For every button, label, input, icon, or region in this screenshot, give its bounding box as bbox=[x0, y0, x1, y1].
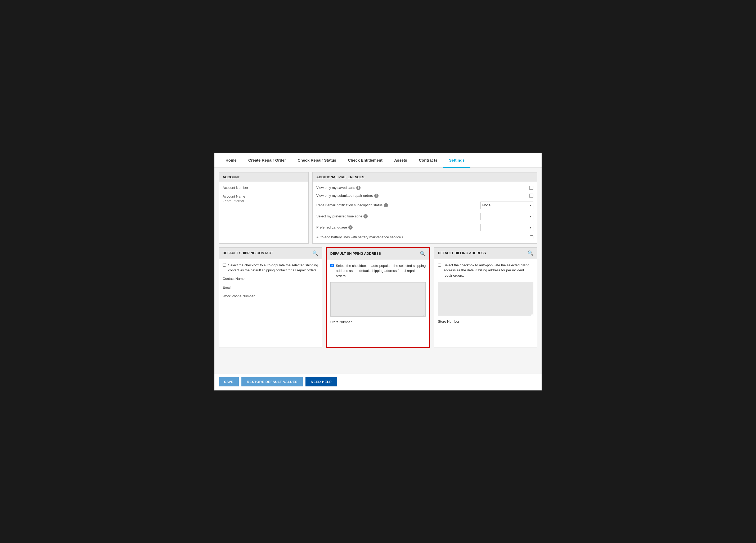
nav-bar: Home Create Repair Order Check Repair St… bbox=[214, 153, 542, 168]
shipping-contact-panel: DEFAULT SHIPPING CONTACT 🔍 Select the ch… bbox=[219, 247, 322, 348]
billing-address-title: DEFAULT BILLING ADDRESS bbox=[438, 251, 486, 255]
pref-timezone-label: Select my preferred time zone i bbox=[316, 214, 478, 219]
save-button[interactable]: SAVE bbox=[219, 377, 239, 386]
shipping-contact-search-icon[interactable]: 🔍 bbox=[312, 250, 318, 256]
app-container: Home Create Repair Order Check Repair St… bbox=[214, 153, 542, 391]
timezone-select-wrapper bbox=[480, 213, 533, 220]
account-name-label: Account Name bbox=[223, 195, 305, 198]
saved-carts-checkbox[interactable] bbox=[529, 186, 533, 190]
shipping-address-desc: Select the checkbox to auto-populate the… bbox=[336, 263, 426, 279]
account-body: Account Number Account Name Zebra Intern… bbox=[219, 182, 308, 211]
account-number-field: Account Number bbox=[223, 186, 305, 190]
pref-battery-label: Auto-add battery lines with battery main… bbox=[316, 235, 528, 240]
shipping-address-header: DEFAULT SHIPPING ADDRESS 🔍 bbox=[327, 248, 430, 260]
saved-carts-info-icon[interactable]: i bbox=[356, 186, 361, 190]
contact-phone-label: Work Phone Number bbox=[223, 294, 318, 298]
nav-check-repair-status[interactable]: Check Repair Status bbox=[292, 153, 342, 168]
language-select[interactable] bbox=[480, 224, 533, 231]
top-row: ACCOUNT Account Number Account Name Zebr… bbox=[219, 172, 537, 244]
billing-address-textarea[interactable] bbox=[438, 282, 533, 316]
contact-name-label: Contact Name bbox=[223, 276, 318, 280]
account-panel: ACCOUNT Account Number Account Name Zebr… bbox=[219, 172, 309, 244]
billing-address-panel: DEFAULT BILLING ADDRESS 🔍 Select the che… bbox=[434, 247, 537, 348]
shipping-address-title: DEFAULT SHIPPING ADDRESS bbox=[330, 252, 381, 256]
nav-contracts[interactable]: Contracts bbox=[413, 153, 443, 168]
billing-address-header: DEFAULT BILLING ADDRESS 🔍 bbox=[434, 248, 537, 259]
timezone-select[interactable] bbox=[480, 213, 533, 220]
contact-phone-field: Work Phone Number bbox=[223, 294, 318, 298]
language-info-icon[interactable]: i bbox=[348, 225, 353, 230]
additional-preferences-panel: ADDITIONAL PREFERENCES View only my save… bbox=[312, 172, 537, 244]
shipping-address-checkbox[interactable] bbox=[330, 264, 334, 267]
nav-check-entitlement[interactable]: Check Entitlement bbox=[342, 153, 388, 168]
billing-address-checkbox[interactable] bbox=[438, 263, 441, 267]
pref-saved-carts-row: View only my saved carts i bbox=[316, 186, 533, 190]
email-notification-select-wrapper: None bbox=[480, 202, 533, 209]
submitted-orders-info-icon[interactable]: i bbox=[374, 194, 379, 198]
timezone-info-icon[interactable]: i bbox=[363, 214, 368, 219]
submitted-orders-checkbox[interactable] bbox=[529, 194, 533, 198]
shipping-contact-desc: Select the checkbox to auto-populate the… bbox=[228, 263, 318, 273]
account-header: ACCOUNT bbox=[219, 173, 308, 182]
nav-create-repair-order[interactable]: Create Repair Order bbox=[242, 153, 292, 168]
restore-button[interactable]: RESTORE DEFAULT VALUES bbox=[241, 377, 303, 386]
shipping-address-body: Select the checkbox to auto-populate the… bbox=[327, 260, 430, 328]
button-row: SAVE RESTORE DEFAULT VALUES NEED HELP bbox=[214, 373, 542, 390]
email-notification-select[interactable]: None bbox=[480, 202, 533, 209]
shipping-contact-header: DEFAULT SHIPPING CONTACT 🔍 bbox=[219, 248, 322, 259]
account-name-field: Account Name Zebra Internal bbox=[223, 195, 305, 203]
billing-address-desc: Select the checkbox to auto-populate the… bbox=[443, 263, 533, 278]
shipping-address-checkbox-row: Select the checkbox to auto-populate the… bbox=[330, 263, 426, 279]
pref-email-notification-row: Repair email notification subscription s… bbox=[316, 202, 533, 209]
shipping-address-search-icon[interactable]: 🔍 bbox=[420, 251, 426, 257]
shipping-address-store-number: Store Number bbox=[330, 320, 426, 324]
billing-address-store-number: Store Number bbox=[438, 319, 533, 323]
contact-email-field: Email bbox=[223, 285, 318, 289]
pref-language-row: Preferred Language i bbox=[316, 224, 533, 231]
shipping-address-panel: DEFAULT SHIPPING ADDRESS 🔍 Select the ch… bbox=[326, 247, 430, 348]
contact-name-field: Contact Name bbox=[223, 276, 318, 280]
shipping-contact-checkbox-row: Select the checkbox to auto-populate the… bbox=[223, 263, 318, 273]
shipping-contact-body: Select the checkbox to auto-populate the… bbox=[219, 259, 322, 306]
pref-timezone-row: Select my preferred time zone i bbox=[316, 213, 533, 220]
shipping-contact-title: DEFAULT SHIPPING CONTACT bbox=[223, 251, 273, 255]
battery-info-icon[interactable]: i bbox=[402, 235, 403, 240]
pref-submitted-orders-label: View only my submitted repair orders i bbox=[316, 194, 527, 198]
nav-assets[interactable]: Assets bbox=[388, 153, 413, 168]
shipping-address-textarea[interactable] bbox=[330, 282, 426, 316]
pref-submitted-orders-row: View only my submitted repair orders i bbox=[316, 194, 533, 198]
pref-language-label: Preferred Language i bbox=[316, 225, 478, 230]
pref-battery-row: Auto-add battery lines with battery main… bbox=[316, 235, 533, 240]
pref-saved-carts-label: View only my saved carts i bbox=[316, 186, 527, 190]
email-notification-info-icon[interactable]: i bbox=[384, 203, 388, 207]
billing-address-search-icon[interactable]: 🔍 bbox=[528, 250, 533, 256]
bottom-row: DEFAULT SHIPPING CONTACT 🔍 Select the ch… bbox=[219, 247, 537, 348]
additional-preferences-header: ADDITIONAL PREFERENCES bbox=[313, 173, 537, 182]
main-content: ACCOUNT Account Number Account Name Zebr… bbox=[214, 168, 542, 373]
account-number-label: Account Number bbox=[223, 186, 305, 190]
billing-address-checkbox-row: Select the checkbox to auto-populate the… bbox=[438, 263, 533, 278]
nav-home[interactable]: Home bbox=[220, 153, 242, 168]
battery-checkbox[interactable] bbox=[530, 236, 533, 239]
additional-preferences-body: View only my saved carts i View only my … bbox=[313, 182, 537, 243]
account-name-value: Zebra Internal bbox=[223, 199, 305, 203]
shipping-contact-checkbox[interactable] bbox=[223, 263, 226, 267]
help-button[interactable]: NEED HELP bbox=[305, 377, 337, 386]
billing-address-body: Select the checkbox to auto-populate the… bbox=[434, 259, 537, 327]
contact-email-label: Email bbox=[223, 285, 318, 289]
nav-settings[interactable]: Settings bbox=[443, 153, 470, 168]
language-select-wrapper bbox=[480, 224, 533, 231]
pref-email-notification-label: Repair email notification subscription s… bbox=[316, 203, 478, 207]
